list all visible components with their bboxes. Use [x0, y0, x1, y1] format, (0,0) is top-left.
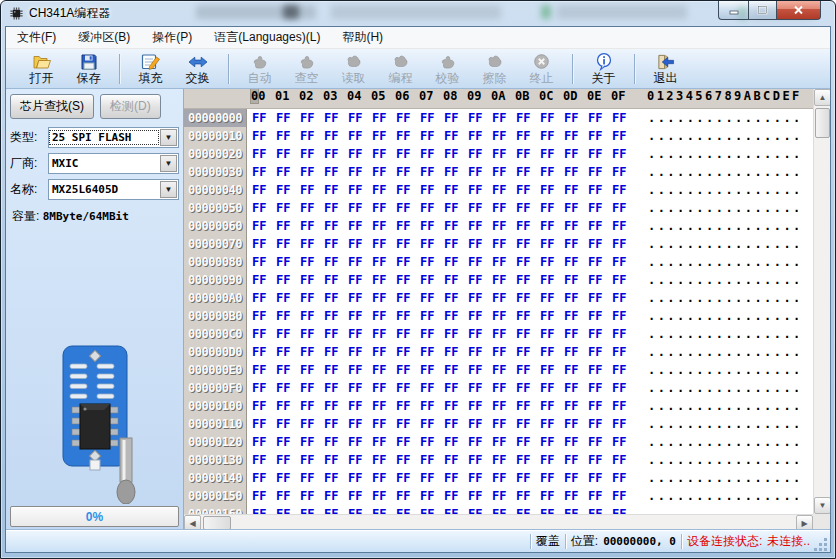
hex-byte[interactable]: FF: [324, 237, 348, 251]
hex-byte[interactable]: FF: [372, 471, 396, 485]
hex-byte[interactable]: FF: [564, 129, 588, 143]
hex-byte[interactable]: FF: [252, 399, 276, 413]
hex-byte[interactable]: FF: [396, 183, 420, 197]
hex-byte[interactable]: FF: [468, 453, 492, 467]
hex-byte[interactable]: FF: [372, 345, 396, 359]
hex-byte[interactable]: FF: [372, 381, 396, 395]
hex-byte[interactable]: FF: [420, 291, 444, 305]
hex-byte[interactable]: FF: [396, 435, 420, 449]
hex-byte[interactable]: FF: [276, 489, 300, 503]
hex-byte[interactable]: FF: [372, 399, 396, 413]
hex-address[interactable]: 00000000: [184, 109, 247, 127]
hex-byte[interactable]: FF: [348, 381, 372, 395]
hex-byte[interactable]: FF: [540, 291, 564, 305]
hex-byte[interactable]: FF: [540, 201, 564, 215]
hex-byte[interactable]: FF: [396, 453, 420, 467]
hex-byte[interactable]: FF: [564, 345, 588, 359]
hex-byte[interactable]: FF: [516, 129, 540, 143]
hex-byte[interactable]: FF: [348, 507, 372, 514]
hex-address[interactable]: 00000020: [184, 145, 247, 163]
hex-byte[interactable]: FF: [612, 327, 636, 341]
hex-byte[interactable]: FF: [420, 165, 444, 179]
hex-byte[interactable]: FF: [468, 363, 492, 377]
hex-byte[interactable]: FF: [372, 165, 396, 179]
hex-byte[interactable]: FF: [252, 381, 276, 395]
hex-byte[interactable]: FF: [324, 165, 348, 179]
hex-byte[interactable]: FF: [492, 201, 516, 215]
menu-item[interactable]: 缓冲区(B): [67, 27, 141, 48]
hex-byte[interactable]: FF: [588, 273, 612, 287]
hex-byte[interactable]: FF: [420, 201, 444, 215]
hex-byte[interactable]: FF: [492, 273, 516, 287]
hex-byte[interactable]: FF: [372, 219, 396, 233]
horizontal-scroll-thumb[interactable]: [203, 516, 231, 530]
hex-byte[interactable]: FF: [612, 381, 636, 395]
hex-byte[interactable]: FF: [276, 273, 300, 287]
hex-byte[interactable]: FF: [396, 255, 420, 269]
ascii-text[interactable]: ................: [648, 273, 803, 287]
hex-byte[interactable]: FF: [396, 471, 420, 485]
chevron-down-icon[interactable]: ▼: [160, 129, 177, 146]
hex-byte[interactable]: FF: [612, 345, 636, 359]
hex-byte[interactable]: FF: [516, 471, 540, 485]
hex-byte[interactable]: FF: [396, 291, 420, 305]
hex-byte[interactable]: FF: [588, 165, 612, 179]
hex-byte[interactable]: FF: [300, 183, 324, 197]
ascii-text[interactable]: ................: [648, 507, 803, 514]
hex-byte[interactable]: FF: [324, 147, 348, 161]
hex-byte[interactable]: FF: [252, 489, 276, 503]
hex-byte[interactable]: FF: [564, 309, 588, 323]
hex-byte[interactable]: FF: [324, 399, 348, 413]
hex-byte[interactable]: FF: [252, 291, 276, 305]
hex-byte[interactable]: FF: [516, 489, 540, 503]
hex-byte[interactable]: FF: [252, 219, 276, 233]
hex-byte[interactable]: FF: [420, 237, 444, 251]
combo-box[interactable]: MXIC▼: [48, 153, 179, 174]
menu-item[interactable]: 帮助(H): [331, 27, 394, 48]
hex-byte[interactable]: FF: [300, 417, 324, 431]
hex-byte[interactable]: FF: [300, 237, 324, 251]
hex-byte[interactable]: FF: [276, 309, 300, 323]
hex-byte[interactable]: FF: [612, 165, 636, 179]
hex-byte[interactable]: FF: [468, 255, 492, 269]
hex-byte[interactable]: FF: [564, 273, 588, 287]
hex-byte[interactable]: FF: [300, 471, 324, 485]
hex-address[interactable]: 000000A0: [184, 289, 247, 307]
hex-address[interactable]: 000000C0: [184, 325, 247, 343]
hex-byte[interactable]: FF: [276, 183, 300, 197]
hex-byte[interactable]: FF: [348, 471, 372, 485]
hex-byte[interactable]: FF: [564, 507, 588, 514]
hex-byte[interactable]: FF: [348, 129, 372, 143]
hex-byte[interactable]: FF: [516, 381, 540, 395]
hex-byte[interactable]: FF: [444, 255, 468, 269]
hex-byte[interactable]: FF: [396, 201, 420, 215]
hex-byte[interactable]: FF: [348, 435, 372, 449]
hex-byte[interactable]: FF: [588, 129, 612, 143]
hex-byte[interactable]: FF: [300, 111, 324, 125]
hex-byte[interactable]: FF: [468, 111, 492, 125]
hex-byte[interactable]: FF: [372, 237, 396, 251]
hex-byte[interactable]: FF: [468, 219, 492, 233]
hex-byte[interactable]: FF: [252, 273, 276, 287]
menu-item[interactable]: 文件(F): [6, 27, 67, 48]
hex-byte[interactable]: FF: [348, 291, 372, 305]
hex-byte[interactable]: FF: [372, 435, 396, 449]
hex-byte[interactable]: FF: [468, 507, 492, 514]
hex-byte[interactable]: FF: [444, 399, 468, 413]
hex-byte[interactable]: FF: [252, 237, 276, 251]
hex-byte[interactable]: FF: [276, 453, 300, 467]
hex-byte[interactable]: FF: [516, 237, 540, 251]
hex-byte[interactable]: FF: [324, 345, 348, 359]
hex-byte[interactable]: FF: [324, 183, 348, 197]
hex-byte[interactable]: FF: [564, 453, 588, 467]
hex-address[interactable]: 00000140: [184, 469, 247, 487]
hex-byte[interactable]: FF: [588, 417, 612, 431]
hex-byte[interactable]: FF: [348, 183, 372, 197]
vertical-scrollbar[interactable]: ▲ ▼: [813, 89, 830, 514]
hex-byte[interactable]: FF: [348, 327, 372, 341]
ascii-text[interactable]: ................: [648, 435, 803, 449]
hex-byte[interactable]: FF: [324, 309, 348, 323]
hex-byte[interactable]: FF: [372, 309, 396, 323]
hex-byte[interactable]: FF: [252, 471, 276, 485]
hex-byte[interactable]: FF: [300, 219, 324, 233]
